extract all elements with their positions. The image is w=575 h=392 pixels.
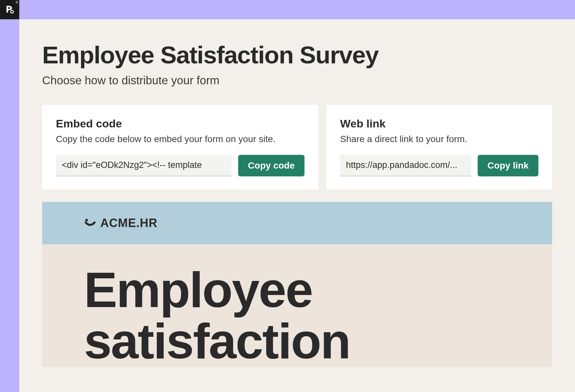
main-panel: Employee Satisfaction Survey Choose how … (19, 19, 575, 392)
registered-mark: ® (16, 1, 18, 4)
preview-body: Employee satisfaction (42, 244, 552, 367)
embed-card-title: Embed code (56, 117, 304, 130)
preview-form-title: Employee satisfaction (84, 264, 510, 367)
page-title: Employee Satisfaction Survey (42, 42, 552, 68)
embed-code-input[interactable] (56, 155, 232, 176)
embed-card-description: Copy the code below to embed your form o… (56, 134, 304, 144)
form-preview-area: ACME.HR Employee satisfaction (42, 202, 552, 367)
distribution-cards-row: Embed code Copy the code below to embed … (42, 105, 552, 189)
embed-code-row: Copy code (56, 155, 304, 176)
weblink-row: Copy link (340, 155, 538, 176)
pandadoc-logo-icon (4, 4, 15, 16)
smile-icon (84, 217, 96, 229)
weblink-card-description: Share a direct link to your form. (340, 134, 538, 144)
weblink-card-title: Web link (340, 117, 538, 130)
preview-header: ACME.HR (42, 202, 552, 244)
copy-code-button[interactable]: Copy code (238, 155, 304, 176)
svg-point-0 (85, 219, 88, 221)
app-logo-corner[interactable]: ® (0, 0, 19, 19)
embed-code-card: Embed code Copy the code below to embed … (42, 105, 318, 189)
page-subtitle: Choose how to distribute your form (42, 74, 552, 87)
weblink-input[interactable] (340, 155, 471, 176)
preview-brand-name: ACME.HR (100, 216, 157, 230)
copy-link-button[interactable]: Copy link (478, 155, 538, 176)
web-link-card: Web link Share a direct link to your for… (326, 105, 552, 189)
